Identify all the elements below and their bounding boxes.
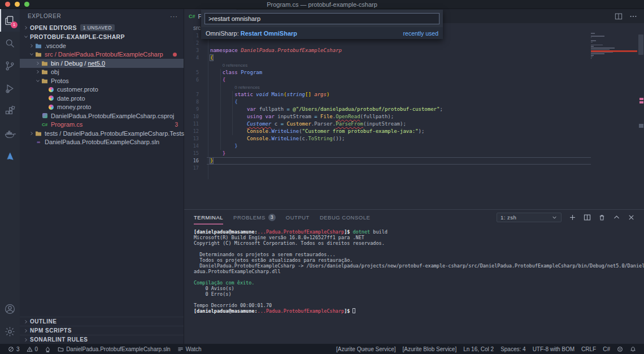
window-title: Program.cs — protobuf-example-csharp [0,1,644,8]
tree-item-label: Protos [51,77,69,84]
folder-icon [41,78,49,84]
line-number: 2 [184,40,199,47]
status-folder[interactable]: DanielPadua.ProtobufExampleCsharp.sln [54,344,174,354]
split-editor-icon[interactable] [615,12,623,20]
tree-root-folder[interactable]: PROTOBUF-EXAMPLE-CSHARP [20,32,184,41]
code-editor[interactable]: 1using System;23namespace DanielPadua.Pr… [184,32,644,209]
code-line-12: 12 Console.WriteLine("Customer from prot… [184,128,644,135]
command-palette-item-restart-omnisharp[interactable]: OmniSharp: Restart OmniSharp recently us… [201,27,443,39]
chevron-right-icon [22,25,30,30]
code-line-7: 7 static void Main(string[] args) [184,91,644,98]
code-line-2: 2 [184,40,644,47]
explorer-more-actions-icon[interactable]: ··· [170,13,178,20]
tree-item-label: DanielPadua.ProtobufExampleCsharp.sln [45,139,159,145]
activity-explorer-icon[interactable]: 1 [0,9,20,32]
folder-icon [34,51,42,57]
folder-icon [41,61,49,66]
tree-item[interactable]: obj [20,68,184,77]
panel-tab-debug-console[interactable]: DEBUG CONSOLE [320,210,370,225]
activity-search-icon[interactable] [0,32,20,54]
command-label-prefix: OmniSharp: [206,30,241,37]
editor-scrollbar[interactable] [638,32,644,209]
status-bell[interactable] [626,344,639,354]
activity-azure-icon[interactable] [0,145,20,167]
status-error[interactable]: 3 [5,344,23,354]
split-terminal-icon[interactable] [584,214,591,221]
vscode-folder-icon [34,43,42,49]
panel-tab-bar: TERMINALPROBLEMS3OUTPUTDEBUG CONSOLE1: z… [184,210,644,225]
terminal-line: 0 Erro(s) [194,291,644,297]
tree-item[interactable]: src / DanielPadua.ProtobufExampleCsharp [20,50,184,59]
status-azurite-blob-service[interactable]: [Azurite Blob Service] [399,344,460,354]
status-spaces-4[interactable]: Spaces: 4 [497,344,529,354]
activity-settings-icon[interactable] [0,320,20,343]
tree-item-label: DanielPadua.ProtobufExampleCsharp.csproj [51,113,174,119]
status-c[interactable]: C# [599,344,613,354]
tree-item[interactable]: C#Program.cs3 [20,120,184,129]
line-number: 3 [184,47,199,54]
status-azurite-queue-service[interactable]: [Azurite Queue Service] [333,344,399,354]
status-utf-8-with-bom[interactable]: UTF-8 with BOM [529,344,578,354]
status-bar: 30DanielPadua.ProtobufExampleCsharp.slnW… [0,344,644,354]
line-number: 17 [184,165,199,172]
tree-item-label: bin / Debug / net5.0 [51,60,105,67]
chevron-right-icon [28,131,34,136]
tree-item[interactable]: ∞DanielPadua.ProtobufExampleCsharp.sln [20,138,184,147]
code-line-13: 13 Console.WriteLine(c.ToString()); [184,135,644,143]
sidebar-section-npm-scripts[interactable]: NPM SCRIPTS [20,326,184,335]
code-line-3: 3namespace DanielPadua.ProtobufExampleCs… [184,47,644,54]
panel-tab-terminal[interactable]: TERMINAL [194,210,223,225]
tree-item[interactable]: Protos [20,76,184,85]
activity-docker-icon[interactable] [0,122,20,145]
status-crlf[interactable]: CRLF [578,344,599,354]
panel-tab-output[interactable]: OUTPUT [286,210,310,225]
tree-item[interactable]: money.proto [20,103,184,112]
line-number: 15 [184,150,199,157]
tree-item[interactable]: customer.proto [20,85,184,94]
tree-item[interactable]: date.proto [20,94,184,103]
terminal-line: [danielpadua@masamune:...Padua.ProtobufE… [194,308,644,314]
code-line-9: 9 var fullpath = @"/Users/danielpadua/pr… [184,106,644,113]
status-feedback[interactable] [613,344,626,354]
activity-source-control-icon[interactable] [0,54,20,77]
minimap[interactable] [591,33,637,61]
status-watch[interactable]: Watch [174,344,205,354]
code-line-6: 6 { [184,76,644,84]
terminal-line: [danielpadua@masamune:...Padua.ProtobufE… [194,229,644,235]
codelens-references[interactable]: 0 references [184,84,644,91]
terminal-line: Determinando os projetos a serem restaur… [194,252,644,257]
breadcrumb-item[interactable]: src [193,25,201,31]
terminal[interactable]: [danielpadua@masamune:...Padua.ProtobufE… [184,225,644,314]
chevron-down-icon [28,52,34,57]
status-ln-16-col-2[interactable]: Ln 16, Col 2 [460,344,497,354]
tree-item-label: tests / DanielPadua.ProtobufExampleCshar… [45,130,184,137]
tree-item-label: Program.cs [51,121,82,128]
sidebar-section-outline[interactable]: OUTLINE [20,317,184,326]
tree-item[interactable]: .vscode [20,41,184,50]
kill-terminal-icon[interactable] [598,214,606,221]
codelens-references[interactable]: 0 references [184,62,644,69]
activity-extensions-icon[interactable] [0,100,20,122]
tree-item[interactable]: DanielPadua.ProtobufExampleCsharp.csproj [20,111,184,120]
terminal-shell-select[interactable]: 1: zsh [497,213,562,222]
activity-run-debug-icon[interactable] [0,77,20,100]
maximize-panel-icon[interactable] [613,214,620,221]
status-flame[interactable] [41,344,54,354]
editor-more-actions-icon[interactable] [629,12,637,20]
close-panel-icon[interactable] [628,214,635,221]
new-terminal-icon[interactable] [569,214,576,221]
command-label-highlight: Restart OmniSharp [241,30,297,37]
tree-item[interactable]: tests / DanielPadua.ProtobufExampleCshar… [20,129,184,138]
sln-file-icon: ∞ [34,140,42,145]
open-editors-header[interactable]: OPEN EDITORS 1 UNSAVED [20,23,184,32]
chevron-right-icon [34,70,41,74]
command-palette-input[interactable] [204,13,440,24]
sidebar-section-sonarlint-rules[interactable]: SONARLINT RULES [20,335,184,344]
line-number: 14 [184,143,199,150]
tree-item-label: customer.proto [57,86,98,93]
tree-item[interactable]: bin / Debug / net5.0 [20,59,184,68]
modified-dot [173,53,177,57]
panel-tab-problems[interactable]: PROBLEMS3 [233,210,276,225]
activity-account-icon[interactable] [0,297,20,320]
status-warning[interactable]: 0 [23,344,42,354]
